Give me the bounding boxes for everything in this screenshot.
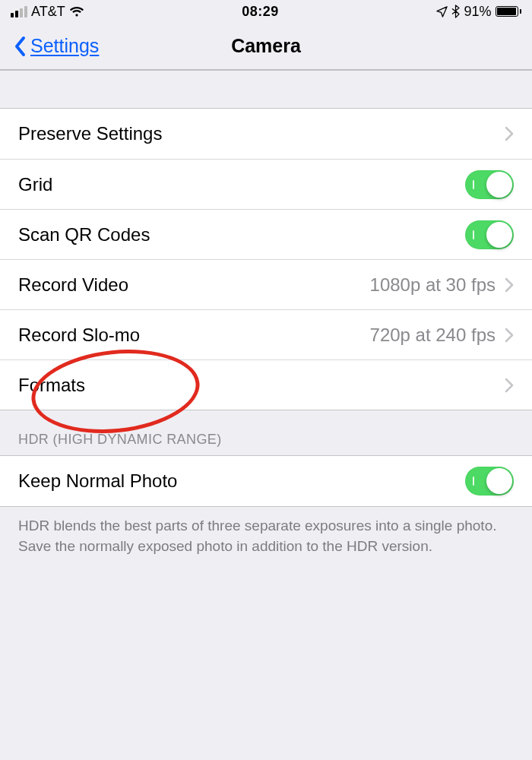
row-label: Keep Normal Photo [18,470,177,492]
record-slomo-row[interactable]: Record Slo-mo 720p at 240 fps [0,309,532,359]
navigation-bar: Settings Camera [0,23,532,70]
row-label: Record Slo-mo [18,325,140,346]
location-icon [436,6,448,17]
back-label: Settings [30,35,99,57]
scan-qr-row: Scan QR Codes [0,209,532,259]
chevron-left-icon [14,36,27,57]
hdr-group: Keep Normal Photo [0,455,532,507]
preserve-settings-row[interactable]: Preserve Settings [0,109,532,159]
formats-row[interactable]: Formats [0,359,532,410]
signal-strength-icon [11,6,27,17]
chevron-right-icon [505,277,514,293]
grid-toggle[interactable] [465,170,514,199]
bluetooth-icon [451,5,460,18]
status-bar: AT&T 08:29 91% [0,0,532,23]
group-spacer [0,70,532,108]
carrier-label: AT&T [31,4,65,20]
record-video-row[interactable]: Record Video 1080p at 30 fps [0,259,532,309]
battery-percent: 91% [464,4,491,20]
scan-qr-toggle[interactable] [465,220,514,249]
camera-settings-screen: { "statusbar": { "carrier": "AT&T", "tim… [0,0,532,760]
row-value: 720p at 240 fps [370,325,496,346]
keep-normal-photo-toggle[interactable] [465,467,514,496]
back-button[interactable]: Settings [14,35,99,57]
wifi-icon [69,6,84,17]
row-label: Preserve Settings [18,123,162,144]
clock: 08:29 [242,4,279,20]
row-label: Scan QR Codes [18,224,150,245]
row-label: Record Video [18,274,128,296]
chevron-right-icon [505,328,514,343]
chevron-right-icon [505,126,514,141]
hdr-section-header: HDR (HIGH DYNAMIC RANGE) [0,410,532,455]
grid-row: Grid [0,159,532,209]
row-value: 1080p at 30 fps [370,274,496,296]
keep-normal-photo-row: Keep Normal Photo [0,456,532,506]
camera-settings-group: Preserve Settings Grid Scan QR Codes Rec… [0,108,532,410]
row-label: Grid [18,174,52,195]
row-label: Formats [18,375,85,396]
battery-icon [496,6,522,17]
hdr-section-footer: HDR blends the best parts of three separ… [0,507,532,556]
chevron-right-icon [505,378,514,393]
